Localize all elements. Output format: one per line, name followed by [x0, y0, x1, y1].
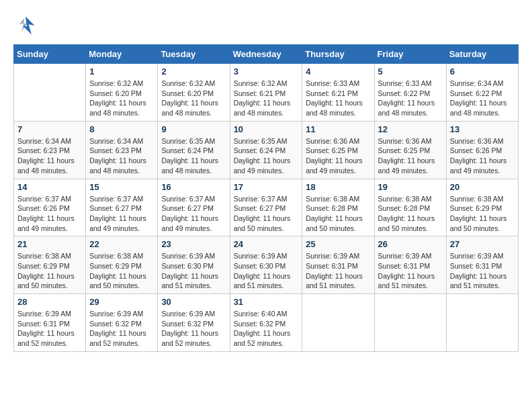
- calendar-cell: 18Sunrise: 6:38 AMSunset: 6:28 PMDayligh…: [302, 179, 374, 236]
- calendar-cell: 14Sunrise: 6:37 AMSunset: 6:26 PMDayligh…: [14, 179, 86, 236]
- calendar-cell: 11Sunrise: 6:36 AMSunset: 6:25 PMDayligh…: [302, 121, 374, 179]
- day-info: Sunrise: 6:38 AMSunset: 6:28 PMDaylight:…: [306, 194, 370, 234]
- day-number: 13: [450, 124, 515, 134]
- day-number: 12: [378, 124, 443, 134]
- day-info: Sunrise: 6:35 AMSunset: 6:24 PMDaylight:…: [161, 136, 226, 176]
- day-number: 29: [89, 297, 154, 307]
- day-number: 18: [306, 182, 370, 192]
- header-wednesday: Wednesday: [230, 45, 302, 64]
- calendar-week-row: 7Sunrise: 6:34 AMSunset: 6:23 PMDaylight…: [14, 121, 519, 179]
- day-info: Sunrise: 6:36 AMSunset: 6:26 PMDaylight:…: [450, 136, 515, 176]
- day-info: Sunrise: 6:39 AMSunset: 6:31 PMDaylight:…: [17, 309, 82, 349]
- calendar-cell: 2Sunrise: 6:32 AMSunset: 6:20 PMDaylight…: [158, 64, 230, 122]
- day-number: 31: [234, 297, 299, 307]
- day-number: 15: [89, 182, 154, 192]
- day-info: Sunrise: 6:38 AMSunset: 6:29 PMDaylight:…: [17, 251, 82, 291]
- calendar-cell: 3Sunrise: 6:32 AMSunset: 6:21 PMDaylight…: [230, 64, 302, 122]
- calendar-week-row: 21Sunrise: 6:38 AMSunset: 6:29 PMDayligh…: [14, 236, 519, 294]
- calendar-week-row: 14Sunrise: 6:37 AMSunset: 6:26 PMDayligh…: [14, 179, 519, 236]
- calendar-cell: [446, 294, 518, 352]
- day-number: 21: [17, 239, 82, 249]
- calendar-table: SundayMondayTuesdayWednesdayThursdayFrid…: [13, 44, 519, 352]
- day-number: 8: [89, 124, 154, 134]
- calendar-cell: [374, 294, 446, 352]
- calendar-cell: 20Sunrise: 6:38 AMSunset: 6:29 PMDayligh…: [446, 179, 518, 236]
- calendar-week-row: 1Sunrise: 6:32 AMSunset: 6:20 PMDaylight…: [14, 64, 519, 122]
- calendar-cell: 16Sunrise: 6:37 AMSunset: 6:27 PMDayligh…: [158, 179, 230, 236]
- day-number: 3: [234, 66, 299, 77]
- calendar-cell: 8Sunrise: 6:34 AMSunset: 6:23 PMDaylight…: [86, 121, 158, 179]
- calendar-cell: 4Sunrise: 6:33 AMSunset: 6:21 PMDaylight…: [302, 64, 374, 122]
- calendar-cell: 21Sunrise: 6:38 AMSunset: 6:29 PMDayligh…: [14, 236, 86, 294]
- day-info: Sunrise: 6:34 AMSunset: 6:22 PMDaylight:…: [450, 79, 515, 118]
- day-info: Sunrise: 6:40 AMSunset: 6:32 PMDaylight:…: [234, 309, 299, 349]
- day-info: Sunrise: 6:32 AMSunset: 6:20 PMDaylight:…: [161, 79, 226, 118]
- calendar-cell: 29Sunrise: 6:39 AMSunset: 6:32 PMDayligh…: [86, 294, 158, 352]
- day-number: 7: [17, 124, 82, 134]
- day-number: 2: [161, 66, 226, 77]
- calendar-cell: 19Sunrise: 6:38 AMSunset: 6:28 PMDayligh…: [374, 179, 446, 236]
- calendar-cell: 6Sunrise: 6:34 AMSunset: 6:22 PMDaylight…: [446, 64, 518, 122]
- calendar-cell: 30Sunrise: 6:39 AMSunset: 6:32 PMDayligh…: [158, 294, 230, 352]
- header-tuesday: Tuesday: [158, 45, 230, 64]
- calendar-header-row: SundayMondayTuesdayWednesdayThursdayFrid…: [14, 45, 519, 64]
- calendar-cell: 1Sunrise: 6:32 AMSunset: 6:20 PMDaylight…: [86, 64, 158, 122]
- day-number: 26: [378, 239, 443, 249]
- header-friday: Friday: [374, 45, 446, 64]
- day-info: Sunrise: 6:39 AMSunset: 6:31 PMDaylight:…: [378, 251, 443, 291]
- calendar-cell: 23Sunrise: 6:39 AMSunset: 6:30 PMDayligh…: [158, 236, 230, 294]
- day-info: Sunrise: 6:33 AMSunset: 6:21 PMDaylight:…: [306, 79, 370, 118]
- day-number: 9: [161, 124, 226, 134]
- day-info: Sunrise: 6:37 AMSunset: 6:26 PMDaylight:…: [17, 194, 82, 234]
- day-info: Sunrise: 6:37 AMSunset: 6:27 PMDaylight:…: [161, 194, 226, 234]
- svg-marker-1: [19, 18, 27, 32]
- header-thursday: Thursday: [302, 45, 374, 64]
- day-info: Sunrise: 6:34 AMSunset: 6:23 PMDaylight:…: [17, 136, 82, 176]
- day-number: 19: [378, 182, 443, 192]
- calendar-cell: 24Sunrise: 6:39 AMSunset: 6:30 PMDayligh…: [230, 236, 302, 294]
- day-info: Sunrise: 6:38 AMSunset: 6:29 PMDaylight:…: [89, 251, 154, 291]
- day-number: 22: [89, 239, 154, 249]
- day-number: 14: [17, 182, 82, 192]
- day-info: Sunrise: 6:39 AMSunset: 6:30 PMDaylight:…: [161, 251, 226, 291]
- day-info: Sunrise: 6:33 AMSunset: 6:22 PMDaylight:…: [378, 79, 443, 118]
- calendar-cell: 27Sunrise: 6:39 AMSunset: 6:31 PMDayligh…: [446, 236, 518, 294]
- calendar-cell: 17Sunrise: 6:37 AMSunset: 6:27 PMDayligh…: [230, 179, 302, 236]
- day-info: Sunrise: 6:34 AMSunset: 6:23 PMDaylight:…: [89, 136, 154, 176]
- calendar-cell: 15Sunrise: 6:37 AMSunset: 6:27 PMDayligh…: [86, 179, 158, 236]
- calendar-cell: 31Sunrise: 6:40 AMSunset: 6:32 PMDayligh…: [230, 294, 302, 352]
- calendar-cell: [14, 64, 86, 122]
- day-info: Sunrise: 6:39 AMSunset: 6:31 PMDaylight:…: [450, 251, 515, 291]
- day-number: 4: [306, 66, 370, 77]
- calendar-cell: 28Sunrise: 6:39 AMSunset: 6:31 PMDayligh…: [14, 294, 86, 352]
- day-number: 5: [378, 66, 443, 77]
- calendar-cell: 25Sunrise: 6:39 AMSunset: 6:31 PMDayligh…: [302, 236, 374, 294]
- day-number: 11: [306, 124, 370, 134]
- day-number: 20: [450, 182, 515, 192]
- day-number: 10: [234, 124, 299, 134]
- day-number: 17: [234, 182, 299, 192]
- day-info: Sunrise: 6:39 AMSunset: 6:31 PMDaylight:…: [306, 251, 370, 291]
- day-number: 25: [306, 239, 370, 249]
- day-info: Sunrise: 6:38 AMSunset: 6:29 PMDaylight:…: [450, 194, 515, 234]
- header-saturday: Saturday: [446, 45, 518, 64]
- logo: [13, 13, 40, 38]
- day-info: Sunrise: 6:37 AMSunset: 6:27 PMDaylight:…: [89, 194, 154, 234]
- calendar-cell: 12Sunrise: 6:36 AMSunset: 6:25 PMDayligh…: [374, 121, 446, 179]
- day-info: Sunrise: 6:35 AMSunset: 6:24 PMDaylight:…: [234, 136, 299, 176]
- day-info: Sunrise: 6:32 AMSunset: 6:21 PMDaylight:…: [234, 79, 299, 118]
- day-info: Sunrise: 6:36 AMSunset: 6:25 PMDaylight:…: [306, 136, 370, 176]
- calendar-cell: 5Sunrise: 6:33 AMSunset: 6:22 PMDaylight…: [374, 64, 446, 122]
- calendar-cell: 7Sunrise: 6:34 AMSunset: 6:23 PMDaylight…: [14, 121, 86, 179]
- calendar-cell: 9Sunrise: 6:35 AMSunset: 6:24 PMDaylight…: [158, 121, 230, 179]
- day-number: 27: [450, 239, 515, 249]
- day-info: Sunrise: 6:38 AMSunset: 6:28 PMDaylight:…: [378, 194, 443, 234]
- calendar-cell: 26Sunrise: 6:39 AMSunset: 6:31 PMDayligh…: [374, 236, 446, 294]
- header-monday: Monday: [86, 45, 158, 64]
- calendar-cell: 10Sunrise: 6:35 AMSunset: 6:24 PMDayligh…: [230, 121, 302, 179]
- day-number: 23: [161, 239, 226, 249]
- calendar-week-row: 28Sunrise: 6:39 AMSunset: 6:31 PMDayligh…: [14, 294, 519, 352]
- logo-icon: [13, 13, 38, 38]
- day-info: Sunrise: 6:32 AMSunset: 6:20 PMDaylight:…: [89, 79, 154, 118]
- calendar-cell: 22Sunrise: 6:38 AMSunset: 6:29 PMDayligh…: [86, 236, 158, 294]
